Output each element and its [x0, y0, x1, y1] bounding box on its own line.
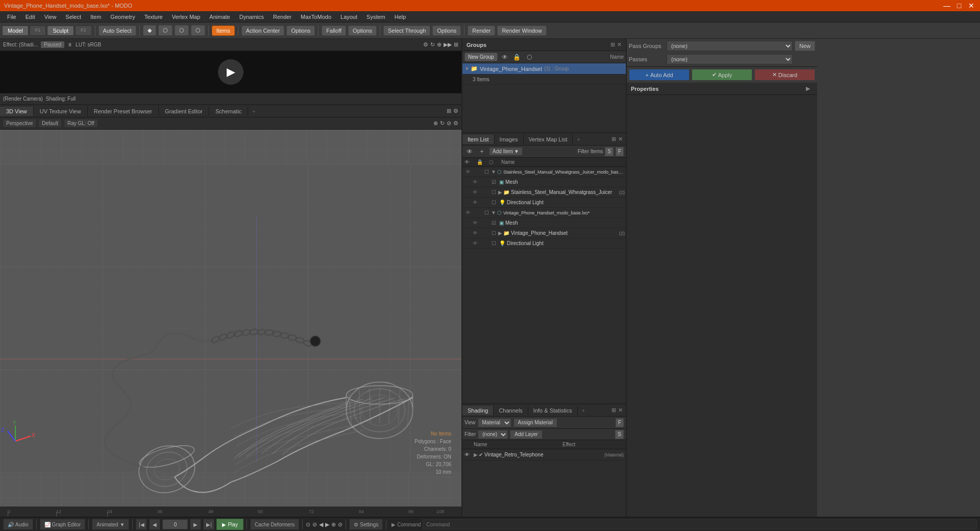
menu-item-vertex map[interactable]: Vertex Map	[168, 13, 205, 21]
menu-item-maxtomodo[interactable]: MaxToModo	[297, 13, 335, 21]
command-input[interactable]	[423, 519, 977, 529]
menu-item-select[interactable]: Select	[61, 13, 85, 21]
mode-sculpt[interactable]: Sculpt	[47, 26, 74, 36]
menu-item-help[interactable]: Help	[390, 13, 410, 21]
vp-settings[interactable]: ⚙	[453, 108, 458, 114]
item-row-0[interactable]: 👁 ☐ ▼ ⬡ Stainless_Steel_Manual_Wheatgras…	[462, 167, 626, 177]
auto-select-btn[interactable]: Auto Select	[99, 26, 136, 36]
item-row-3[interactable]: 👁 ☐ 💡 Directional Light	[462, 198, 626, 208]
close-button[interactable]: ✕	[967, 2, 976, 10]
item-expand-4[interactable]: ▼	[491, 210, 496, 215]
tab-3dview[interactable]: 3D View	[0, 107, 34, 116]
discard-btn[interactable]: ✕ Discard	[754, 69, 815, 81]
itemlist-add-icon[interactable]: +	[477, 147, 487, 157]
item-check-4[interactable]: ☐	[482, 210, 491, 215]
menu-item-animate[interactable]: Animate	[205, 13, 234, 21]
tab-shading[interactable]: Shading	[462, 406, 494, 415]
status-icon-1[interactable]: ⊙	[306, 521, 310, 528]
item-vis-3[interactable]: 👁	[471, 200, 480, 205]
tab-add[interactable]: +	[248, 107, 259, 116]
menu-item-geometry[interactable]: Geometry	[106, 13, 139, 21]
status-icon-4[interactable]: ▶	[325, 521, 329, 528]
play-button[interactable]: ▶	[218, 59, 243, 85]
tab-renderpreset[interactable]: Render Preset Browser	[88, 107, 159, 116]
view-raygl[interactable]: Ray GL: Off	[64, 119, 97, 127]
auto-add-btn[interactable]: + Auto Add	[629, 69, 690, 81]
vp-icon-1[interactable]: ⊕	[433, 120, 438, 127]
cache-btn[interactable]: Cache Deformers	[250, 519, 299, 530]
item-vis-2[interactable]: 👁	[471, 189, 480, 195]
action-center-btn[interactable]: Action Center	[241, 26, 285, 36]
menu-item-render[interactable]: Render	[269, 13, 296, 21]
shading-close[interactable]: ✕	[618, 407, 623, 414]
filter-s-btn[interactable]: S	[605, 147, 614, 156]
transport-end[interactable]: ▶|	[203, 519, 214, 530]
item-row-2[interactable]: 👁 ☐ ▶ 📁 Stainless_Steel_Manual_Wheatgras…	[462, 187, 626, 198]
itemlist-vis[interactable]: 👁	[464, 147, 475, 157]
mat-expand-0[interactable]: ▶	[474, 452, 478, 457]
preview-icon-more[interactable]: ▶▶	[444, 41, 452, 48]
settings-btn[interactable]: ⚙ Settings	[349, 519, 383, 530]
item-vis-7[interactable]: 👁	[471, 240, 480, 246]
item-check-2[interactable]: ☐	[489, 189, 498, 195]
items-btn[interactable]: Items	[212, 26, 235, 36]
transport-next[interactable]: ▶	[190, 519, 201, 530]
menu-item-layout[interactable]: Layout	[336, 13, 361, 21]
vp-maximize[interactable]: ⊞	[447, 108, 451, 114]
groups-render-btn[interactable]: ⬡	[524, 52, 534, 62]
mat-vis-0[interactable]: 👁	[464, 452, 474, 457]
groups-maximize[interactable]: ⊞	[610, 41, 615, 48]
item-check-0[interactable]: ☐	[482, 169, 491, 175]
menu-item-system[interactable]: System	[362, 13, 389, 21]
item-row-1[interactable]: 👁 ☑ ▣ Mesh	[462, 177, 626, 187]
transport-start[interactable]: |◀	[136, 519, 147, 530]
group-expand-0[interactable]: ▼	[464, 66, 470, 71]
vp-icon-2[interactable]: ↻	[440, 120, 445, 127]
tab-images[interactable]: Images	[495, 135, 524, 144]
preview-icon-expand[interactable]: ⊞	[454, 41, 458, 48]
tab-infostat[interactable]: Info & Statistics	[528, 406, 578, 415]
play-btn[interactable]: ▶ Play	[216, 519, 243, 530]
tab-schematic[interactable]: Schematic	[209, 107, 248, 116]
render-btn[interactable]: Render	[468, 26, 495, 36]
vp-icon-3[interactable]: ⊘	[447, 120, 451, 127]
menu-item-item[interactable]: Item	[86, 13, 105, 21]
vp-icon-settings[interactable]: ⚙	[453, 120, 458, 127]
frame-input[interactable]	[162, 519, 188, 529]
tool-btn-1[interactable]: ◆	[143, 25, 156, 36]
mode-f2[interactable]: F2	[75, 26, 92, 36]
select-through-btn[interactable]: Select Through	[383, 26, 430, 36]
transport-prev[interactable]: ◀	[149, 519, 160, 530]
tab-gradient[interactable]: Gradient Editor	[159, 107, 209, 116]
tab-itemlist-add[interactable]: +	[573, 135, 584, 144]
shading-maximize[interactable]: ⊞	[611, 407, 616, 414]
action-options-btn[interactable]: Options	[286, 26, 315, 36]
tool-btn-3[interactable]: ⬡	[175, 25, 189, 36]
pass-new-btn[interactable]: New	[795, 41, 815, 51]
item-row-6[interactable]: 👁 ☐ ▶ 📁 Vintage_Phone_Handset (2)	[462, 228, 626, 238]
add-layer-btn[interactable]: Add Layer	[510, 430, 543, 439]
status-icon-5[interactable]: ⊕	[331, 521, 336, 528]
item-expand-0[interactable]: ▼	[491, 169, 496, 175]
add-item-btn[interactable]: Add Item ▼	[489, 147, 523, 156]
filter-select[interactable]: (none)	[478, 430, 508, 439]
preview-icon-zoom[interactable]: ⊕	[437, 41, 442, 48]
itemlist-close[interactable]: ✕	[618, 136, 623, 142]
item-check-3[interactable]: ☐	[489, 200, 498, 205]
groups-vis-btn[interactable]: 👁	[500, 52, 510, 62]
maximize-button[interactable]: □	[954, 2, 964, 10]
view-select[interactable]: Material	[478, 418, 511, 427]
item-row-7[interactable]: 👁 ☐ 💡 Directional Light	[462, 238, 626, 249]
assign-material-btn[interactable]: Assign Material	[513, 418, 557, 427]
falloff-btn[interactable]: Falloff	[322, 26, 346, 36]
filter-f-btn[interactable]: F	[616, 147, 624, 156]
item-expand-2[interactable]: ▶	[498, 189, 502, 195]
status-icon-6[interactable]: ⊘	[338, 521, 342, 528]
itemlist-maximize[interactable]: ⊞	[611, 136, 616, 142]
shading-f-btn[interactable]: F	[616, 418, 624, 427]
item-expand-6[interactable]: ▶	[498, 230, 502, 236]
tab-shading-add[interactable]: +	[578, 406, 589, 415]
viewport-canvas[interactable]: X Y Z No Items Polygons : Face Channels:…	[0, 130, 461, 506]
item-vis-1[interactable]: 👁	[471, 179, 480, 185]
tab-itemlist[interactable]: Item List	[462, 135, 495, 144]
